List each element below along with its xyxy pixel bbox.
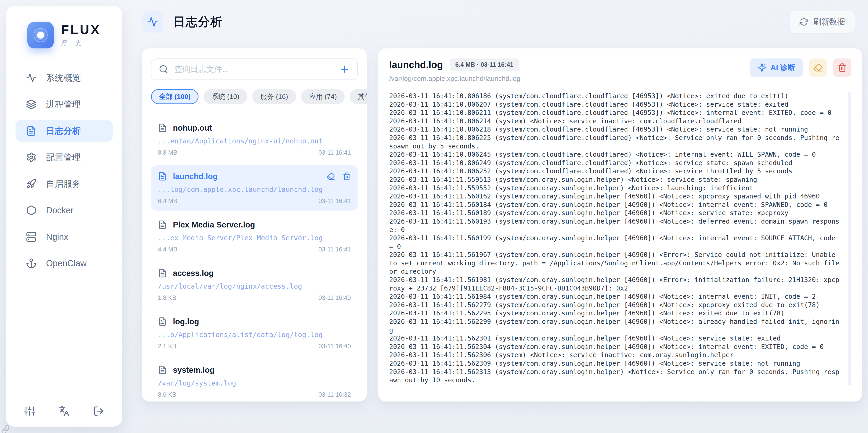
sidebar-footer (16, 382, 113, 427)
file-icon (158, 220, 167, 229)
sidebar-item[interactable]: Docker (16, 200, 113, 221)
file-list-item[interactable]: launchd.log ...log/com.apple.xpc.launchd… (151, 165, 358, 210)
file-meta: 6.4 MB 03-11 16:41 (158, 198, 351, 205)
file-time: 03-11 16:32 (318, 391, 351, 398)
sidebar-item[interactable]: 日志分析 (16, 120, 113, 142)
filter-chip[interactable]: 其他 (0) (350, 89, 367, 104)
log-viewer-panel: launchd.log 6.4 MB · 03-11 16:41 /var/lo… (378, 49, 862, 402)
sidebar-item-label: 进程管理 (46, 99, 81, 110)
sidebar-item-icon (26, 205, 36, 215)
file-name: launchd.log (173, 172, 218, 181)
trash-icon[interactable] (343, 172, 351, 180)
sidebar-item-label: 日志分析 (46, 125, 81, 137)
file-icon (158, 317, 167, 326)
ai-diagnose-label: AI 诊断 (771, 63, 795, 73)
viewer-file-path: /var/log/com.apple.xpc.launchd/launchd.l… (389, 75, 520, 82)
app-logo-icon (27, 22, 54, 49)
file-meta: 8.6 KB 03-11 16:32 (158, 391, 351, 398)
viewer-file-name: launchd.log (389, 59, 443, 70)
file-path: ...ex Media Server/Plex Media Server.log (158, 234, 351, 242)
sliders-icon (24, 406, 35, 416)
delete-log-button[interactable] (833, 58, 851, 77)
filter-chip[interactable]: 系统 (10) (204, 89, 247, 104)
language-button[interactable] (59, 406, 69, 416)
clear-log-button[interactable] (809, 58, 827, 77)
file-list-item[interactable]: system.log /var/log/system.log 8.6 KB 03… (151, 359, 358, 402)
file-icon (158, 172, 167, 181)
file-title-row: nohup.out (158, 123, 351, 133)
add-log-file-button[interactable] (339, 64, 350, 75)
refresh-data-button[interactable]: 刷新数据 (789, 10, 855, 34)
viewer-meta-badge: 6.4 MB · 03-11 16:41 (450, 58, 519, 71)
file-list-item[interactable]: log.log ...o/Applications/alist/data/log… (151, 311, 358, 356)
logout-button[interactable] (93, 406, 104, 416)
activity-icon (147, 16, 158, 28)
sidebar-item[interactable]: Nginx (16, 226, 113, 248)
eraser-icon (813, 63, 823, 72)
file-time: 03-11 16:41 (318, 246, 351, 253)
file-size: 2.1 KB (158, 343, 176, 350)
file-size: 8.8 MB (158, 149, 178, 156)
sidebar-item-label: 系统概览 (46, 72, 81, 84)
file-size: 4.4 MB (158, 246, 178, 253)
filter-chip[interactable]: 应用 (74) (301, 89, 345, 104)
file-list-item[interactable]: access.log /usr/local/var/log/nginx/acce… (151, 262, 358, 308)
file-path: /var/log/system.log (158, 379, 351, 387)
trash-icon (838, 63, 847, 72)
file-size: 1.8 KB (158, 294, 176, 301)
eraser-icon[interactable] (327, 172, 335, 180)
file-name: Plex Media Server.log (173, 220, 255, 229)
filter-chips: 全部 (100) 系统 (10) 服务 (16) 应用 (74) 其他 (0) (151, 89, 358, 104)
filter-chip[interactable]: 服务 (16) (252, 89, 296, 104)
file-size: 8.6 KB (158, 391, 176, 398)
viewer-actions: AI 诊断 (750, 58, 851, 77)
refresh-label: 刷新数据 (813, 17, 845, 27)
sidebar-item[interactable]: 系统概览 (16, 67, 113, 89)
file-name: system.log (173, 366, 215, 375)
file-list-item[interactable]: Plex Media Server.log ...ex Media Server… (151, 214, 358, 259)
sidebar-item-icon (26, 99, 36, 110)
sidebar-item-label: OpenClaw (46, 259, 87, 268)
file-list-item[interactable]: nohup.out ...entao/Applications/nginx-ui… (151, 117, 358, 162)
file-meta: 1.8 KB 03-11 16:40 (158, 294, 351, 301)
log-viewer-header: launchd.log 6.4 MB · 03-11 16:41 /var/lo… (389, 58, 851, 82)
sidebar-item[interactable]: 进程管理 (16, 94, 113, 115)
sidebar-item[interactable]: OpenClaw (16, 253, 113, 274)
sidebar-item-icon (26, 232, 36, 242)
sidebar-item-icon (26, 258, 36, 268)
sidebar-item-icon (26, 73, 36, 83)
search-input[interactable] (174, 65, 334, 74)
scrollbar[interactable] (848, 92, 851, 385)
preferences-button[interactable] (24, 406, 35, 416)
sidebar-nav: 系统概览 进程管理 日志分析 配置管理 自启服务 (6, 67, 122, 274)
file-name: log.log (173, 317, 199, 326)
app-logo: FLUX 浮 光 (6, 22, 122, 49)
logout-icon (93, 406, 104, 416)
file-meta: 8.8 MB 03-11 16:41 (158, 149, 351, 156)
refresh-icon (800, 18, 808, 26)
ai-diagnose-button[interactable]: AI 诊断 (750, 58, 803, 77)
sidebar-item-icon (26, 152, 36, 163)
app-name: FLUX (61, 23, 101, 36)
link-icon (1, 425, 10, 433)
file-icon (158, 268, 167, 278)
app-logo-text: FLUX 浮 光 (61, 23, 101, 48)
log-file-panel: 全部 (100) 系统 (10) 服务 (16) 应用 (74) 其他 (0) … (142, 49, 367, 402)
sidebar-item[interactable]: 自启服务 (16, 173, 113, 195)
search-box (151, 58, 358, 80)
sidebar-item-icon (26, 179, 36, 189)
file-title-row: launchd.log (158, 172, 351, 181)
page-title-icon-box (142, 11, 163, 33)
sidebar-item-icon (26, 125, 36, 136)
file-path: ...log/com.apple.xpc.launchd/launchd.log (158, 185, 351, 194)
log-viewer-fileinfo: launchd.log 6.4 MB · 03-11 16:41 /var/lo… (389, 58, 520, 82)
sidebar-item[interactable]: 配置管理 (16, 147, 113, 168)
file-time: 03-11 16:40 (318, 294, 351, 301)
app-subtitle: 浮 光 (61, 39, 101, 47)
log-content-area[interactable]: 2026-03-11 16:41:10.806186 (system/com.c… (389, 92, 851, 385)
file-size: 6.4 MB (158, 198, 178, 205)
file-time: 03-11 16:41 (318, 198, 351, 205)
file-title-row: system.log (158, 366, 351, 375)
filter-chip[interactable]: 全部 (100) (151, 89, 198, 104)
file-icon (158, 123, 167, 133)
